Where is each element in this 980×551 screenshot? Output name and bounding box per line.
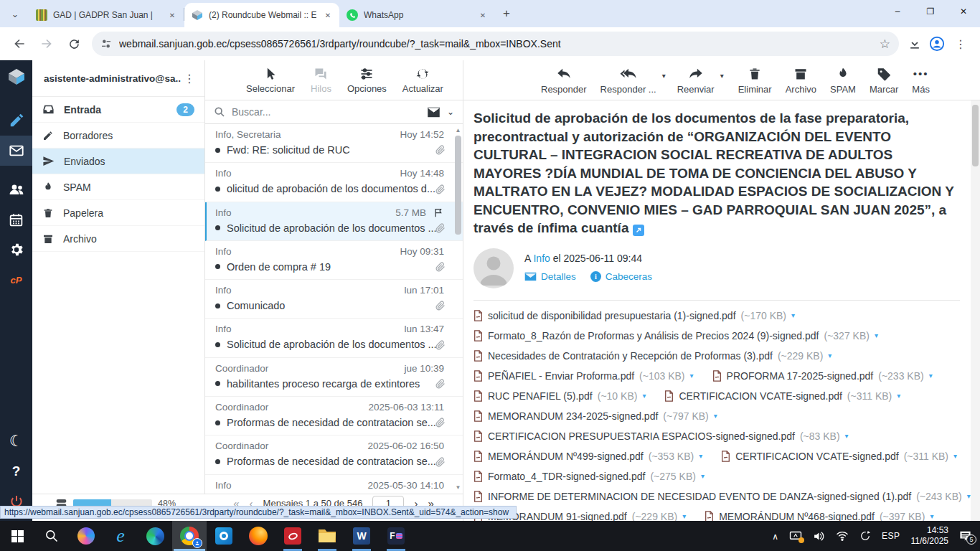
compose-button[interactable] bbox=[0, 105, 32, 136]
attachment-item[interactable]: Formato_4_TDR-signed-signed.pdf(~275 KB)… bbox=[473, 471, 705, 482]
attachment-name[interactable]: MEMORANDUM 234-2025-signed.pdf bbox=[488, 410, 658, 422]
attachment-caret-icon[interactable]: ▾ bbox=[699, 452, 702, 460]
attachment-caret-icon[interactable]: ▾ bbox=[828, 352, 831, 359]
attachment-item[interactable]: solicitud de disponibilidad presupuestar… bbox=[473, 310, 795, 321]
attachment-caret-icon[interactable]: ▾ bbox=[701, 472, 705, 480]
forward-button[interactable]: Reenviar ▾ bbox=[677, 66, 715, 95]
list-scrollbar[interactable]: ▲ ▼ bbox=[454, 127, 462, 491]
url-bar[interactable]: webmail.sanjuan.gob.ec/cpsess0865726561/… bbox=[92, 32, 899, 56]
attachment-name[interactable]: PEÑAFIEL - Enviar Proforma.pdf bbox=[488, 370, 634, 382]
tab-whatsapp[interactable]: WhatsApp ✕ bbox=[339, 3, 494, 27]
mail-nav-button[interactable] bbox=[0, 136, 32, 166]
message-row[interactable]: Infolun 13:47 Solicitud de aprobación de… bbox=[205, 319, 463, 357]
message-row[interactable]: Coordinador2025-06-02 16:50 Proformas de… bbox=[205, 435, 463, 474]
options-button[interactable]: Opciones bbox=[347, 67, 387, 94]
tab-gad[interactable]: GAD | GADPR San Juan | ✕ bbox=[29, 3, 184, 27]
tab-close-icon[interactable]: ✕ bbox=[166, 9, 178, 21]
forward-button[interactable] bbox=[34, 32, 59, 56]
tray-display-icon[interactable] bbox=[789, 531, 802, 542]
attachment-caret-icon[interactable]: ▾ bbox=[642, 392, 646, 400]
notification-center-icon[interactable]: 5 bbox=[959, 530, 971, 542]
attachment-name[interactable]: Formato_4_TDR-signed-signed.pdf bbox=[488, 471, 645, 482]
attachment-item[interactable]: CERTIFICACION VCATE-signed.pdf(~311 KB)▾ bbox=[664, 390, 900, 402]
folder-enviados[interactable]: Enviados bbox=[32, 149, 204, 174]
attachment-item[interactable]: INFORME DE DETERMINACION DE NECESIDAD EV… bbox=[473, 491, 971, 502]
attachment-item[interactable]: CERTIFICACION VCATE-signed.pdf(~311 KB)▾ bbox=[721, 451, 957, 462]
recipient-link[interactable]: Info bbox=[533, 253, 550, 264]
tab-close-icon[interactable]: ✕ bbox=[322, 9, 334, 21]
reply-all-button[interactable]: Responder ... ▾ bbox=[600, 66, 656, 95]
tab-roundcube[interactable]: (2) Roundcube Webmail :: Envia ✕ bbox=[184, 3, 339, 27]
attachment-caret-icon[interactable]: ▾ bbox=[930, 512, 933, 520]
window-minimize-button[interactable]: – bbox=[881, 0, 914, 23]
attachment-caret-icon[interactable]: ▾ bbox=[875, 331, 878, 339]
attachment-item[interactable]: RUC PENAFIEL (5).pdf(~10 KB)▾ bbox=[473, 390, 646, 402]
folder-archivo[interactable]: Archivo bbox=[32, 226, 204, 252]
scroll-up-icon[interactable]: ▲ bbox=[456, 127, 461, 134]
attachment-name[interactable]: Necesidades de Contratación y Recepción … bbox=[488, 350, 773, 362]
attachment-name[interactable]: INFORME DE DETERMINACION DE NECESIDAD EV… bbox=[488, 491, 911, 502]
attachment-name[interactable]: CERTIFICACION PRESUPUESTARIA ESPACIOS-si… bbox=[488, 430, 795, 442]
folder-borradores[interactable]: Borradores bbox=[32, 123, 204, 149]
taskbar-outlook-icon[interactable] bbox=[207, 521, 241, 551]
attachment-caret-icon[interactable]: ▾ bbox=[953, 452, 957, 460]
reader-scrollbar[interactable] bbox=[971, 100, 980, 521]
message-row[interactable]: Infolun 17:01 Comunicado bbox=[205, 280, 463, 319]
attachment-caret-icon[interactable]: ▾ bbox=[897, 392, 900, 400]
cpanel-logo[interactable]: cP bbox=[0, 265, 32, 295]
attachment-name[interactable]: CERTIFICACION VCATE-signed.pdf bbox=[735, 451, 898, 462]
attachment-item[interactable]: Necesidades de Contratación y Recepción … bbox=[473, 350, 831, 362]
reply-all-caret-icon[interactable]: ▾ bbox=[662, 72, 666, 80]
folder-papelera[interactable]: Papelera bbox=[32, 200, 204, 226]
attachment-item[interactable]: PROFORMA 17-2025-signed.pdf(~233 KB)▾ bbox=[712, 370, 933, 382]
tray-clock[interactable]: 14:53 11/6/2025 bbox=[911, 525, 949, 547]
message-row[interactable]: Coordinadorjue 10:39 habilitantes proces… bbox=[205, 358, 463, 397]
message-row[interactable]: Info, SecretariaHoy 14:52 Fwd: RE: solic… bbox=[205, 124, 463, 163]
url-text[interactable]: webmail.sanjuan.gob.ec/cpsess0865726561/… bbox=[119, 38, 872, 50]
message-row[interactable]: InfoHoy 14:48 olicitud de aprobación de … bbox=[205, 163, 463, 202]
message-row[interactable]: Coordinador2025-06-03 13:11 Proformas de… bbox=[205, 397, 463, 435]
search-options-chevron-icon[interactable]: ⌄ bbox=[447, 107, 454, 117]
taskbar-acrobat-icon[interactable] bbox=[275, 521, 310, 551]
external-link-icon[interactable] bbox=[633, 225, 644, 236]
tray-expand-icon[interactable]: ∧ bbox=[772, 532, 778, 542]
attachment-item[interactable]: Formato_8_Razón de Proformas y Análisis … bbox=[473, 330, 878, 342]
tab-search-icon[interactable]: ⌄ bbox=[6, 4, 24, 23]
attachment-name[interactable]: RUC PENAFIEL (5).pdf bbox=[488, 390, 593, 402]
taskbar-explorer-icon[interactable] bbox=[310, 521, 344, 551]
attachment-name[interactable]: CERTIFICACION VCATE-signed.pdf bbox=[679, 390, 842, 402]
details-link[interactable]: Detalles bbox=[524, 271, 576, 282]
new-tab-button[interactable]: + bbox=[497, 4, 516, 23]
help-icon[interactable]: ? bbox=[0, 456, 32, 486]
threads-button[interactable]: Hilos bbox=[311, 67, 331, 94]
taskbar-search-icon[interactable] bbox=[34, 521, 69, 551]
folder-menu-icon[interactable]: ⋮ bbox=[181, 72, 199, 85]
attachment-caret-icon[interactable]: ▾ bbox=[845, 432, 849, 440]
attachment-caret-icon[interactable]: ▾ bbox=[929, 372, 933, 380]
download-icon[interactable] bbox=[908, 37, 922, 51]
tray-sync-icon[interactable] bbox=[859, 530, 871, 542]
forward-caret-icon[interactable]: ▾ bbox=[720, 72, 724, 80]
profile-icon[interactable] bbox=[929, 36, 945, 52]
dark-mode-icon[interactable]: ☾ bbox=[0, 426, 32, 456]
site-settings-icon[interactable] bbox=[100, 38, 112, 50]
attachment-item[interactable]: MEMORÁNDUM Nº499-signed.pdf(~353 KB)▾ bbox=[473, 451, 702, 462]
mark-button[interactable]: Marcar bbox=[870, 66, 898, 95]
contacts-button[interactable] bbox=[0, 174, 32, 204]
delete-button[interactable]: Eliminar bbox=[738, 66, 772, 95]
window-restore-button[interactable]: ❐ bbox=[914, 0, 947, 23]
attachment-name[interactable]: solicitud de disponibilidad presupuestar… bbox=[488, 310, 736, 321]
scrollbar-thumb[interactable] bbox=[972, 105, 979, 166]
browser-menu-icon[interactable]: ⋮ bbox=[952, 37, 970, 51]
scroll-down-icon[interactable]: ▼ bbox=[456, 484, 461, 491]
spam-button[interactable]: SPAM bbox=[830, 66, 856, 95]
tab-close-icon[interactable]: ✕ bbox=[477, 9, 489, 21]
attachment-name[interactable]: MEMORÁNDUM Nº499-signed.pdf bbox=[488, 451, 644, 462]
taskbar-firefox-icon[interactable] bbox=[241, 521, 275, 551]
scrollbar-thumb[interactable] bbox=[455, 136, 461, 235]
taskbar-fapp-icon[interactable]: F bbox=[379, 521, 413, 551]
refresh-button[interactable]: Actualizar bbox=[402, 67, 443, 94]
window-close-button[interactable]: ✕ bbox=[947, 0, 980, 23]
folder-entrada[interactable]: Entrada 2 bbox=[32, 97, 204, 123]
taskbar-copilot-icon[interactable] bbox=[69, 521, 103, 551]
